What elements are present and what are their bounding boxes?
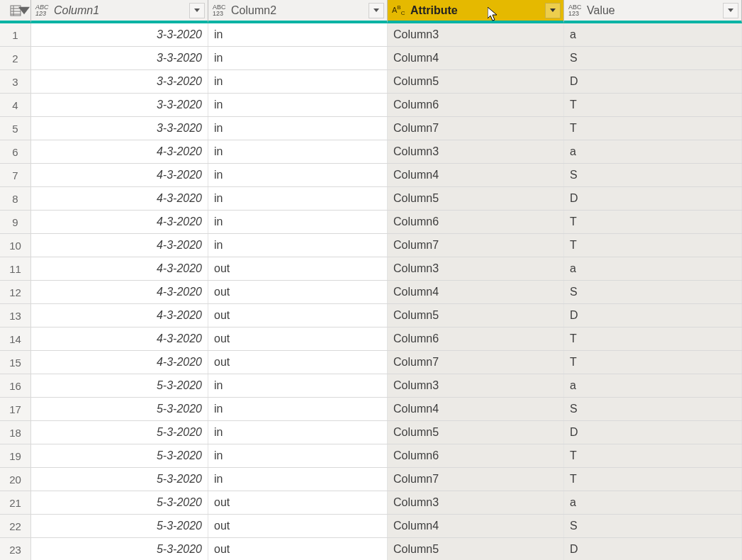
filter-button[interactable] — [545, 3, 561, 18]
cell-value[interactable]: T — [564, 444, 742, 467]
cell-column2[interactable]: out — [208, 257, 388, 280]
table-row[interactable]: 43-3-2020inColumn6T — [0, 94, 742, 117]
cell-column2[interactable]: in — [208, 47, 388, 69]
column-header-attribute[interactable]: ABC Attribute — [388, 0, 564, 23]
filter-button[interactable] — [189, 3, 205, 18]
cell-value[interactable]: a — [564, 374, 742, 397]
cell-column1[interactable]: 4-3-2020 — [31, 140, 208, 163]
cell-column1[interactable]: 4-3-2020 — [31, 351, 208, 374]
cell-column1[interactable]: 5-3-2020 — [31, 398, 208, 420]
cell-column2[interactable]: in — [208, 164, 388, 186]
cell-attribute[interactable]: Column4 — [388, 47, 564, 69]
cell-value[interactable]: S — [564, 164, 742, 186]
cell-column1[interactable]: 4-3-2020 — [31, 281, 208, 303]
row-number[interactable]: 17 — [0, 398, 31, 420]
cell-value[interactable]: T — [564, 351, 742, 374]
cell-attribute[interactable]: Column5 — [388, 304, 564, 327]
cell-attribute[interactable]: Column5 — [388, 187, 564, 210]
column-header-column1[interactable]: ABC123 Column1 — [31, 0, 208, 23]
row-number[interactable]: 2 — [0, 47, 31, 69]
table-row[interactable]: 205-3-2020inColumn7T — [0, 468, 742, 491]
cell-column1[interactable]: 3-3-2020 — [31, 70, 208, 93]
row-number[interactable]: 14 — [0, 327, 31, 350]
select-all-corner[interactable] — [0, 0, 31, 23]
cell-attribute[interactable]: Column6 — [388, 327, 564, 350]
cell-column2[interactable]: in — [208, 117, 388, 140]
cell-value[interactable]: T — [564, 468, 742, 491]
cell-column1[interactable]: 4-3-2020 — [31, 327, 208, 350]
cell-column2[interactable]: in — [208, 468, 388, 491]
cell-column2[interactable]: out — [208, 515, 388, 537]
table-row[interactable]: 185-3-2020inColumn5D — [0, 421, 742, 444]
cell-column2[interactable]: out — [208, 281, 388, 303]
cell-attribute[interactable]: Column3 — [388, 140, 564, 163]
row-number[interactable]: 12 — [0, 281, 31, 303]
cell-value[interactable]: a — [564, 491, 742, 514]
cell-attribute[interactable]: Column7 — [388, 117, 564, 140]
cell-value[interactable]: S — [564, 398, 742, 420]
cell-column1[interactable]: 5-3-2020 — [31, 515, 208, 537]
cell-attribute[interactable]: Column6 — [388, 211, 564, 233]
cell-column2[interactable]: out — [208, 327, 388, 350]
cell-column2[interactable]: out — [208, 538, 388, 560]
cell-attribute[interactable]: Column3 — [388, 257, 564, 280]
table-row[interactable]: 124-3-2020outColumn4S — [0, 281, 742, 304]
cell-attribute[interactable]: Column7 — [388, 234, 564, 257]
table-row[interactable]: 53-3-2020inColumn7T — [0, 117, 742, 140]
table-row[interactable]: 104-3-2020inColumn7T — [0, 234, 742, 257]
table-row[interactable]: 144-3-2020outColumn6T — [0, 327, 742, 351]
cell-value[interactable]: T — [564, 211, 742, 233]
cell-column2[interactable]: in — [208, 398, 388, 420]
row-number[interactable]: 21 — [0, 491, 31, 514]
cell-value[interactable]: T — [564, 234, 742, 257]
cell-attribute[interactable]: Column3 — [388, 23, 564, 46]
table-row[interactable]: 175-3-2020inColumn4S — [0, 398, 742, 421]
cell-value[interactable]: S — [564, 281, 742, 303]
table-row[interactable]: 13-3-2020inColumn3a — [0, 23, 742, 47]
cell-column2[interactable]: out — [208, 304, 388, 327]
row-number[interactable]: 6 — [0, 140, 31, 163]
table-row[interactable]: 235-3-2020outColumn5D — [0, 538, 742, 560]
table-row[interactable]: 154-3-2020outColumn7T — [0, 351, 742, 374]
cell-attribute[interactable]: Column6 — [388, 444, 564, 467]
cell-value[interactable]: S — [564, 515, 742, 537]
table-row[interactable]: 225-3-2020outColumn4S — [0, 515, 742, 538]
table-row[interactable]: 114-3-2020outColumn3a — [0, 257, 742, 281]
table-row[interactable]: 134-3-2020outColumn5D — [0, 304, 742, 327]
cell-column1[interactable]: 5-3-2020 — [31, 444, 208, 467]
cell-attribute[interactable]: Column5 — [388, 538, 564, 560]
cell-column2[interactable]: in — [208, 23, 388, 46]
cell-column1[interactable]: 5-3-2020 — [31, 468, 208, 491]
cell-attribute[interactable]: Column3 — [388, 491, 564, 514]
cell-column2[interactable]: out — [208, 491, 388, 514]
row-number[interactable]: 23 — [0, 538, 31, 560]
row-number[interactable]: 7 — [0, 164, 31, 186]
column-header-value[interactable]: ABC123 Value — [564, 0, 742, 23]
cell-attribute[interactable]: Column7 — [388, 351, 564, 374]
row-number[interactable]: 1 — [0, 23, 31, 46]
row-number[interactable]: 13 — [0, 304, 31, 327]
cell-column2[interactable]: in — [208, 444, 388, 467]
cell-attribute[interactable]: Column5 — [388, 70, 564, 93]
row-number[interactable]: 9 — [0, 211, 31, 233]
cell-column2[interactable]: in — [208, 140, 388, 163]
cell-value[interactable]: a — [564, 257, 742, 280]
cell-attribute[interactable]: Column4 — [388, 398, 564, 420]
cell-column1[interactable]: 4-3-2020 — [31, 304, 208, 327]
cell-column1[interactable]: 4-3-2020 — [31, 211, 208, 233]
table-row[interactable]: 23-3-2020inColumn4S — [0, 47, 742, 70]
cell-column2[interactable]: in — [208, 70, 388, 93]
cell-value[interactable]: T — [564, 117, 742, 140]
row-number[interactable]: 15 — [0, 351, 31, 374]
table-row[interactable]: 64-3-2020inColumn3a — [0, 140, 742, 164]
row-number[interactable]: 20 — [0, 468, 31, 491]
table-row[interactable]: 84-3-2020inColumn5D — [0, 187, 742, 211]
cell-column1[interactable]: 3-3-2020 — [31, 94, 208, 116]
cell-column2[interactable]: in — [208, 421, 388, 444]
row-number[interactable]: 3 — [0, 70, 31, 93]
row-number[interactable]: 19 — [0, 444, 31, 467]
cell-column1[interactable]: 4-3-2020 — [31, 257, 208, 280]
table-row[interactable]: 94-3-2020inColumn6T — [0, 211, 742, 234]
cell-column2[interactable]: in — [208, 374, 388, 397]
cell-column1[interactable]: 5-3-2020 — [31, 374, 208, 397]
